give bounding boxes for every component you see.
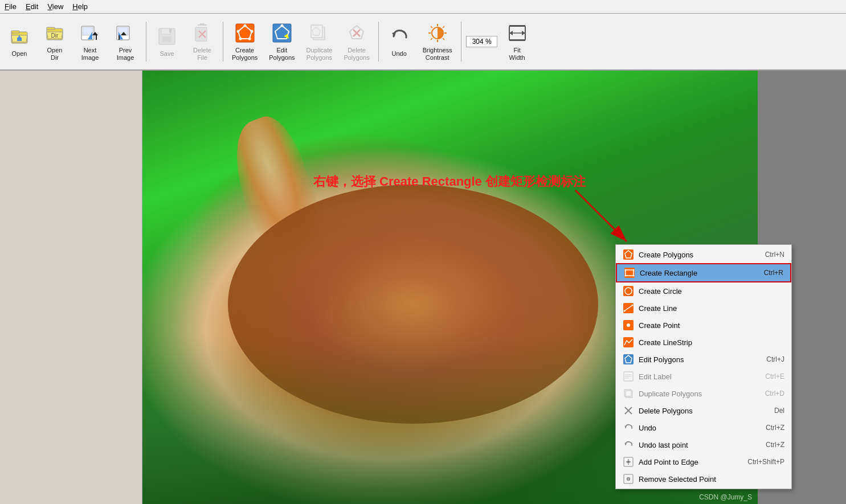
ctx-edit-polygons-icon: [623, 354, 634, 365]
ctx-create-linestrip-icon: [623, 337, 634, 348]
svg-point-28: [236, 30, 239, 32]
create-polygons-label: CreatePolygons: [232, 47, 258, 62]
ctx-create-rectangle[interactable]: Create Rectangle Ctrl+R: [616, 263, 791, 282]
open-dir-label: OpenDir: [47, 47, 63, 62]
next-image-button[interactable]: NextImage: [73, 16, 107, 67]
delete-polygons-icon: [345, 22, 368, 44]
context-menu: Create Polygons Ctrl+N Create Rectangle: [615, 244, 792, 489]
fit-width-icon: [506, 22, 529, 44]
menu-help[interactable]: Help: [68, 1, 92, 12]
ctx-create-polygons-label: Create Polygons: [639, 251, 749, 259]
brightness-contrast-label: BrightnessContrast: [423, 47, 452, 62]
create-polygons-button[interactable]: CreatePolygons: [227, 16, 263, 67]
separator-4: [461, 22, 461, 62]
prev-image-button[interactable]: PrevImage: [108, 16, 142, 67]
ctx-create-rectangle-label: Create Rectangle: [640, 269, 748, 277]
svg-point-70: [632, 305, 634, 306]
ctx-delete-polygons[interactable]: Delete Polygons Del: [616, 402, 791, 419]
ctx-add-point-to-edge[interactable]: Add Point to Edge Ctrl+Shift+P: [616, 453, 791, 470]
ctx-edit-polygons-label: Edit Polygons: [639, 355, 750, 364]
open-icon: [8, 25, 31, 48]
menubar: File Edit View Help: [0, 0, 846, 14]
save-button[interactable]: Save: [150, 16, 184, 67]
undo-button[interactable]: Undo: [382, 16, 416, 67]
main-area: 右键，选择 Create Rectangle 创建矩形检测标注 CSDN @Ju…: [0, 71, 846, 504]
svg-line-47: [443, 26, 444, 28]
ctx-remove-selected-point-label: Remove Selected Point: [639, 475, 769, 483]
ctx-create-line[interactable]: Create Line: [616, 300, 791, 317]
undo-icon: [388, 25, 411, 48]
ctx-edit-label-icon: [623, 371, 634, 382]
open-button[interactable]: Open: [2, 16, 36, 67]
delete-polygons-button[interactable]: DeletePolygons: [338, 16, 374, 67]
save-label: Save: [160, 50, 174, 58]
separator-2: [223, 22, 223, 62]
ctx-create-circle-label: Create Circle: [639, 287, 769, 296]
svg-rect-54: [509, 39, 525, 41]
svg-line-45: [431, 26, 432, 28]
ctx-remove-selected-point[interactable]: Remove Selected Point: [616, 470, 791, 487]
svg-point-31: [280, 24, 283, 27]
toolbar: Open Dir OpenDir NextImage: [0, 14, 846, 71]
ctx-edit-polygons-shortcut: Ctrl+J: [766, 355, 784, 363]
svg-rect-14: [161, 28, 170, 34]
delete-file-icon: [191, 22, 214, 44]
svg-rect-15: [162, 36, 171, 42]
menu-view[interactable]: View: [43, 1, 68, 12]
fit-width-label: FitWidth: [509, 47, 525, 62]
svg-line-56: [575, 190, 627, 241]
ctx-delete-polygons-shortcut: Del: [774, 407, 784, 415]
ctx-undo[interactable]: Undo Ctrl+Z: [616, 419, 791, 436]
ctx-undo-last-point[interactable]: Undo last point Ctrl+Z: [616, 436, 791, 453]
ctx-create-point-label: Create Point: [639, 321, 769, 330]
ctx-delete-polygons-label: Delete Polygons: [639, 407, 758, 415]
ctx-create-circle-icon: [623, 285, 634, 297]
ctx-create-polygons-icon: [623, 249, 634, 260]
menu-edit[interactable]: Edit: [21, 1, 43, 12]
menu-file[interactable]: File: [0, 1, 21, 12]
brightness-contrast-button[interactable]: BrightnessContrast: [418, 16, 457, 67]
svg-line-48: [431, 38, 432, 40]
duplicate-polygons-button[interactable]: DuplicatePolygons: [301, 16, 338, 67]
ctx-undo-last-point-icon: [623, 439, 634, 450]
ctx-edit-label[interactable]: Edit Label Ctrl+E: [616, 368, 791, 385]
fit-width-button[interactable]: FitWidth: [500, 16, 534, 67]
ctx-undo-shortcut: Ctrl+Z: [766, 424, 784, 432]
ctx-undo-last-point-label: Undo last point: [639, 441, 750, 449]
zoom-box: 304 %: [465, 16, 499, 67]
separator-3: [378, 22, 379, 62]
ctx-undo-icon: [623, 422, 634, 433]
ctx-create-polygons-shortcut: Ctrl+N: [765, 251, 784, 259]
ctx-edit-label-label: Edit Label: [639, 372, 749, 381]
ctx-create-rectangle-shortcut: Ctrl+R: [764, 269, 783, 277]
svg-rect-5: [47, 27, 55, 30]
edit-polygons-button[interactable]: EditPolygons: [264, 16, 300, 67]
ctx-create-circle[interactable]: Create Circle: [616, 282, 791, 300]
svg-point-24: [243, 24, 246, 27]
ctx-add-point-to-edge-label: Add Point to Edge: [639, 458, 731, 466]
open-dir-button[interactable]: Dir OpenDir: [38, 16, 72, 67]
ctx-edit-polygons[interactable]: Edit Polygons Ctrl+J: [616, 351, 791, 368]
ctx-create-point[interactable]: Create Point: [616, 317, 791, 334]
canvas-area[interactable]: 右键，选择 Create Rectangle 创建矩形检测标注 CSDN @Ju…: [142, 71, 846, 504]
ctx-duplicate-polygons-icon: [623, 388, 634, 399]
ctx-create-line-icon: [623, 302, 634, 314]
ctx-add-point-to-edge-icon: [623, 456, 634, 468]
ctx-create-polygons[interactable]: Create Polygons Ctrl+N: [616, 246, 791, 263]
prev-image-label: PrevImage: [117, 47, 134, 62]
ctx-create-linestrip[interactable]: Create LineStrip: [616, 334, 791, 351]
ctx-undo-last-point-shortcut: Ctrl+Z: [766, 441, 784, 449]
save-icon: [156, 25, 178, 48]
svg-point-26: [248, 37, 251, 40]
ctx-edit-label-shortcut: Ctrl+E: [765, 372, 784, 380]
ctx-duplicate-polygons[interactable]: Duplicate Polygons Ctrl+D: [616, 385, 791, 402]
zoom-input[interactable]: 304 %: [466, 36, 497, 47]
next-image-icon: [79, 22, 101, 44]
ctx-duplicate-polygons-label: Duplicate Polygons: [639, 390, 749, 398]
delete-file-button[interactable]: DeleteFile: [185, 16, 219, 67]
svg-line-46: [443, 38, 444, 40]
ctx-create-line-label: Create Line: [639, 304, 769, 313]
duplicate-polygons-label: DuplicatePolygons: [306, 47, 333, 62]
edit-polygons-label: EditPolygons: [269, 47, 295, 62]
ctx-delete-polygons-icon: [623, 405, 634, 416]
